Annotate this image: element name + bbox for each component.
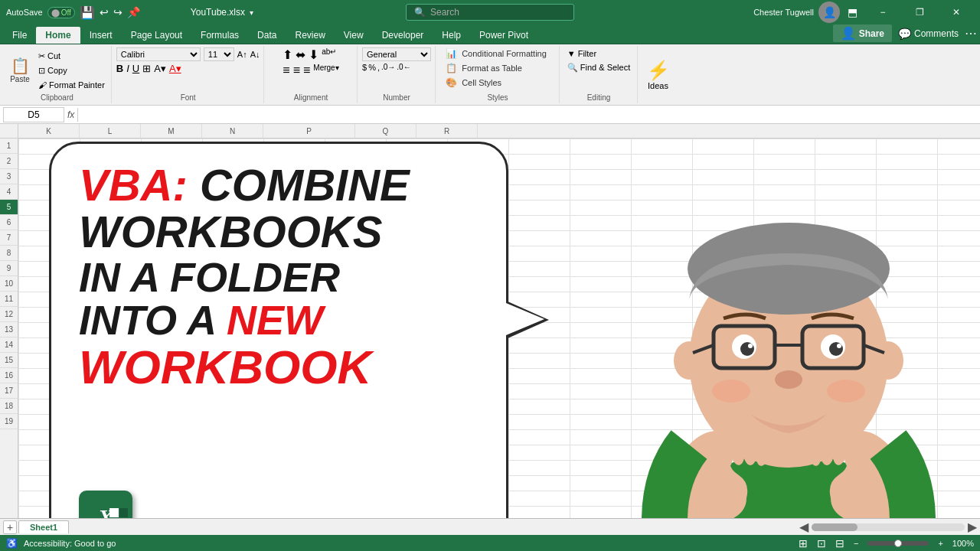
- tab-insert[interactable]: Insert: [80, 27, 122, 44]
- tab-power-pivot[interactable]: Power Pivot: [470, 27, 537, 44]
- formula-input[interactable]: [81, 108, 977, 122]
- autosave-toggle[interactable]: ⬤ Off: [47, 7, 75, 18]
- align-center-icon[interactable]: ≡: [293, 64, 300, 77]
- increase-decimal-button[interactable]: .0→: [381, 63, 395, 72]
- comments-button[interactable]: 💬 Comments: [898, 28, 959, 40]
- format-table-button[interactable]: Format as Table: [459, 62, 525, 74]
- dropdown-arrow-icon[interactable]: ▾: [250, 8, 253, 17]
- col-header-n[interactable]: N: [202, 124, 263, 138]
- row-num-9[interactable]: 9: [0, 261, 18, 276]
- font-family-select[interactable]: Calibri: [116, 47, 201, 61]
- col-header-r[interactable]: R: [416, 124, 478, 138]
- tab-formulas[interactable]: Formulas: [191, 27, 248, 44]
- tab-review[interactable]: Review: [286, 27, 334, 44]
- zoom-thumb[interactable]: [894, 540, 902, 547]
- horizontal-scrollbar[interactable]: ◀ ▶: [72, 520, 980, 534]
- row-num-10[interactable]: 10: [0, 276, 18, 292]
- row-num-4[interactable]: 4: [0, 184, 18, 200]
- cell-styles-button[interactable]: Cell Styles: [459, 77, 505, 89]
- pin-icon[interactable]: 📌: [127, 6, 140, 18]
- zoom-slider[interactable]: [867, 541, 929, 546]
- scroll-left-icon[interactable]: ◀: [799, 520, 808, 534]
- col-header-p[interactable]: P: [263, 124, 355, 138]
- row-num-1[interactable]: 1: [0, 139, 18, 154]
- row-num-15[interactable]: 15: [0, 353, 18, 368]
- tab-help[interactable]: Help: [433, 27, 470, 44]
- overflow-icon[interactable]: ⋯: [965, 26, 977, 41]
- avatar[interactable]: 👤: [818, 2, 840, 23]
- view-normal-icon[interactable]: ⊞: [799, 537, 808, 549]
- undo-icon[interactable]: ↩: [100, 6, 109, 18]
- copy-button[interactable]: ⊡ Copy: [35, 64, 108, 77]
- view-layout-icon[interactable]: ⊡: [817, 537, 826, 549]
- tab-file[interactable]: File: [3, 27, 36, 44]
- sheet-tab-sheet1[interactable]: Sheet1: [18, 520, 69, 533]
- row-num-8[interactable]: 8: [0, 246, 18, 261]
- row-num-18[interactable]: 18: [0, 399, 18, 414]
- scroll-thumb[interactable]: [812, 523, 858, 531]
- underline-button[interactable]: U: [132, 63, 139, 74]
- border-button[interactable]: ⊞: [142, 63, 151, 74]
- decrease-font-icon[interactable]: A↓: [250, 50, 260, 59]
- scroll-track[interactable]: [812, 523, 965, 531]
- wrap-text-icon[interactable]: ab↵: [322, 47, 336, 62]
- collapse-ribbon-icon[interactable]: ⬒: [848, 6, 858, 18]
- minimize-button[interactable]: −: [865, 0, 900, 24]
- fill-color-button[interactable]: A▾: [154, 63, 166, 74]
- row-num-19[interactable]: 19: [0, 414, 18, 429]
- align-left-icon[interactable]: ≡: [283, 64, 289, 77]
- find-select-button[interactable]: 🔍 Find & Select: [564, 61, 633, 74]
- tab-home[interactable]: Home: [36, 27, 80, 44]
- col-header-l[interactable]: L: [80, 124, 141, 138]
- view-break-icon[interactable]: ⊟: [835, 537, 844, 549]
- paste-button[interactable]: 📋 Paste: [6, 57, 34, 85]
- percent-button[interactable]: %: [368, 63, 376, 72]
- row-num-12[interactable]: 12: [0, 307, 18, 322]
- decrease-decimal-button[interactable]: .0←: [397, 63, 410, 72]
- col-header-k[interactable]: K: [18, 124, 80, 138]
- ideas-group[interactable]: ⚡ Ideas: [639, 46, 678, 103]
- window-controls[interactable]: − ❐ ✕: [865, 0, 974, 24]
- col-header-q[interactable]: Q: [355, 124, 416, 138]
- row-num-5[interactable]: 5: [0, 200, 18, 215]
- row-num-17[interactable]: 17: [0, 383, 18, 399]
- comma-button[interactable]: ,: [377, 63, 380, 72]
- align-top-icon[interactable]: ⬆: [283, 47, 292, 62]
- tab-view[interactable]: View: [335, 27, 373, 44]
- bold-button[interactable]: B: [116, 63, 123, 74]
- zoom-in-icon[interactable]: +: [938, 539, 942, 548]
- cut-button[interactable]: ✂ Cut: [35, 50, 108, 63]
- row-num-6[interactable]: 6: [0, 215, 18, 230]
- tab-data[interactable]: Data: [248, 27, 286, 44]
- currency-button[interactable]: $: [362, 63, 367, 72]
- zoom-out-icon[interactable]: −: [854, 539, 858, 548]
- row-num-7[interactable]: 7: [0, 230, 18, 246]
- tab-page-layout[interactable]: Page Layout: [122, 27, 191, 44]
- save-icon[interactable]: 💾: [80, 5, 95, 20]
- row-num-2[interactable]: 2: [0, 154, 18, 169]
- number-format-select[interactable]: General: [362, 47, 431, 61]
- italic-button[interactable]: I: [126, 63, 129, 74]
- merge-center-button[interactable]: Merge▾: [313, 64, 338, 77]
- font-size-select[interactable]: 11: [204, 47, 234, 61]
- row-num-16[interactable]: 16: [0, 368, 18, 383]
- col-header-m[interactable]: M: [141, 124, 202, 138]
- row-num-3[interactable]: 3: [0, 169, 18, 184]
- row-num-14[interactable]: 14: [0, 337, 18, 353]
- tab-developer[interactable]: Developer: [373, 27, 433, 44]
- close-button[interactable]: ✕: [939, 0, 974, 24]
- conditional-formatting-button[interactable]: Conditional Formatting: [459, 47, 550, 60]
- align-bottom-icon[interactable]: ⬇: [309, 47, 318, 62]
- font-color-button[interactable]: A▾: [169, 63, 181, 74]
- format-painter-button[interactable]: 🖌 Format Painter: [35, 79, 108, 91]
- align-right-icon[interactable]: ≡: [303, 64, 310, 77]
- share-button[interactable]: 👤 Share: [833, 24, 892, 42]
- filter-button[interactable]: ▼ Filter: [564, 47, 633, 60]
- add-sheet-button[interactable]: +: [3, 520, 17, 534]
- row-num-13[interactable]: 13: [0, 322, 18, 337]
- redo-icon[interactable]: ↪: [113, 6, 122, 18]
- scroll-right-icon[interactable]: ▶: [968, 520, 977, 534]
- align-middle-icon[interactable]: ⬌: [296, 47, 305, 62]
- restore-button[interactable]: ❐: [902, 0, 937, 24]
- cell-reference[interactable]: [3, 107, 64, 122]
